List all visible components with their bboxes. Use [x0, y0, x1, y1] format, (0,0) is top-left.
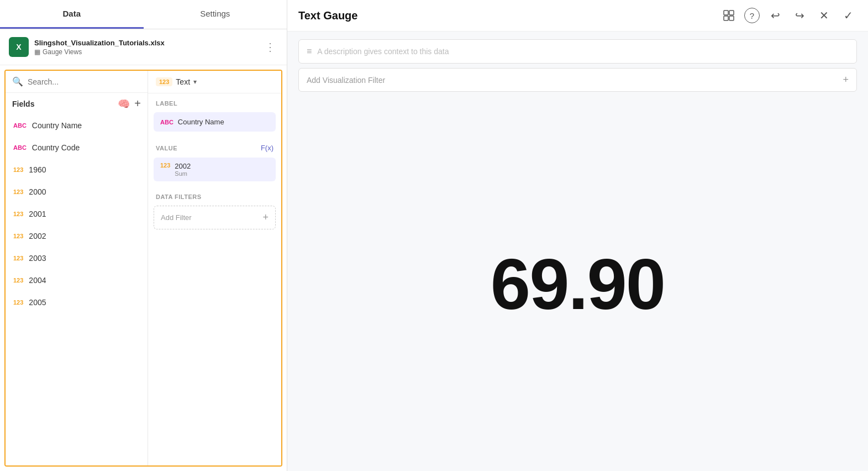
list-item[interactable]: ABC Country Code	[6, 137, 148, 159]
fields-actions: 🧠 +	[118, 97, 141, 110]
toolbar: Text Gauge ? ↩ ↪ ✕ ✓	[287, 0, 868, 32]
add-visualization-filter-label: Add Visualization Filter	[307, 76, 385, 85]
list-item[interactable]: 123 2003	[6, 247, 148, 269]
sheet-table-icon: ▦	[34, 48, 40, 56]
type-badge-text: 123	[156, 77, 172, 86]
fx-button[interactable]: F(x)	[261, 144, 273, 152]
display-area: 69.90	[287, 97, 868, 471]
redo-icon[interactable]: ↪	[791, 7, 808, 24]
type-badge-123: 123	[13, 166, 23, 173]
value-section-header-row: VALUE F(x)	[148, 137, 281, 155]
type-badge-123-pill: 123	[160, 162, 170, 169]
field-list: ABC Country Name ABC Country Code 123 19…	[6, 114, 148, 465]
field-item-name: Country Name	[32, 121, 82, 130]
left-panel: Data Settings X Slingshot_Visualization_…	[0, 0, 287, 471]
help-icon[interactable]: ?	[744, 8, 760, 23]
confirm-icon[interactable]: ✓	[839, 7, 857, 24]
close-icon[interactable]: ✕	[815, 7, 833, 24]
type-badge-abc: ABC	[13, 122, 27, 129]
undo-icon[interactable]: ↩	[766, 7, 784, 24]
file-menu-button[interactable]: ⋮	[262, 38, 278, 56]
config-column: 123 Text ▾ LABEL ABC Country Name VALUE …	[148, 71, 281, 465]
grid-icon[interactable]	[720, 7, 738, 24]
add-filter-button[interactable]: Add Filter +	[154, 206, 276, 229]
value-field-pill[interactable]: 123 2002 Sum	[154, 158, 276, 181]
fields-label: Fields	[12, 100, 34, 108]
fields-column: 🔍 Fields 🧠 + ABC Country Name ABC	[6, 71, 148, 465]
file-icon: X	[9, 37, 29, 57]
brain-icon[interactable]: 🧠	[118, 98, 130, 110]
text-selector-label: Text	[176, 77, 190, 86]
type-badge-123: 123	[13, 255, 23, 261]
label-section-header: LABEL	[148, 93, 281, 110]
field-item-name: Country Code	[32, 143, 80, 152]
file-info: X Slingshot_Visualization_Tutorials.xlsx…	[0, 29, 287, 65]
list-item[interactable]: 123 2001	[6, 203, 148, 225]
gauge-value: 69.90	[491, 243, 665, 326]
menu-lines-icon: ≡	[307, 46, 312, 56]
file-name: Slingshot_Visualization_Tutorials.xlsx	[34, 39, 257, 47]
svg-rect-3	[729, 16, 734, 20]
right-panel: Text Gauge ? ↩ ↪ ✕ ✓ ≡ A description giv…	[287, 0, 868, 471]
field-item-name: 2003	[29, 254, 46, 263]
inner-panel: 🔍 Fields 🧠 + ABC Country Name ABC	[4, 70, 282, 467]
add-filter-plus-icon: +	[262, 212, 269, 223]
value-field-name: 2002	[175, 162, 191, 170]
chevron-down-icon: ▾	[193, 78, 197, 86]
text-type-selector[interactable]: 123 Text ▾	[148, 71, 281, 93]
field-item-name: 2005	[29, 298, 46, 307]
value-section-label: VALUE	[156, 145, 177, 151]
field-item-name: 1960	[29, 165, 46, 174]
type-badge-123: 123	[13, 299, 23, 306]
list-item[interactable]: 123 1960	[6, 159, 148, 181]
search-box: 🔍	[6, 71, 148, 93]
tab-settings[interactable]: Settings	[144, 0, 287, 29]
add-field-button[interactable]: +	[134, 97, 141, 110]
search-input[interactable]	[28, 77, 141, 86]
type-badge-123: 123	[13, 233, 23, 239]
svg-rect-1	[729, 11, 734, 15]
data-filters-section-header: DATA FILTERS	[148, 187, 281, 203]
value-pill-content: 2002 Sum	[175, 162, 191, 177]
add-filter-plus-icon: +	[843, 74, 849, 86]
field-item-name: 2002	[29, 232, 46, 240]
field-item-name: 2001	[29, 210, 46, 218]
type-badge-123: 123	[13, 211, 23, 217]
list-item[interactable]: 123 2004	[6, 269, 148, 291]
file-sheet: ▦ Gauge Views	[34, 48, 257, 56]
visualization-filter-bar[interactable]: Add Visualization Filter +	[298, 68, 857, 92]
label-field-name: Country Name	[178, 118, 224, 126]
type-badge-123: 123	[13, 277, 23, 284]
type-badge-123: 123	[13, 189, 23, 195]
description-placeholder: A description gives context to this data	[317, 47, 449, 56]
field-item-name: 2000	[29, 187, 46, 196]
list-item[interactable]: ABC Country Name	[6, 114, 148, 137]
tabs-bar: Data Settings	[0, 0, 287, 29]
type-badge-abc-pill: ABC	[160, 119, 173, 125]
svg-rect-2	[724, 16, 728, 20]
tab-data[interactable]: Data	[0, 0, 144, 29]
type-badge-abc: ABC	[13, 144, 27, 151]
description-bar[interactable]: ≡ A description gives context to this da…	[298, 39, 857, 64]
search-icon: 🔍	[12, 76, 23, 87]
list-item[interactable]: 123 2005	[6, 291, 148, 313]
svg-rect-0	[724, 11, 728, 15]
value-field-sub: Sum	[175, 170, 191, 177]
list-item[interactable]: 123 2002	[6, 225, 148, 247]
field-item-name: 2004	[29, 276, 46, 285]
list-item[interactable]: 123 2000	[6, 181, 148, 203]
file-text: Slingshot_Visualization_Tutorials.xlsx ▦…	[34, 39, 257, 56]
add-filter-label: Add Filter	[161, 213, 192, 222]
label-field-pill[interactable]: ABC Country Name	[154, 112, 276, 132]
visualization-title: Text Gauge	[298, 9, 713, 22]
fields-header: Fields 🧠 +	[6, 93, 148, 114]
